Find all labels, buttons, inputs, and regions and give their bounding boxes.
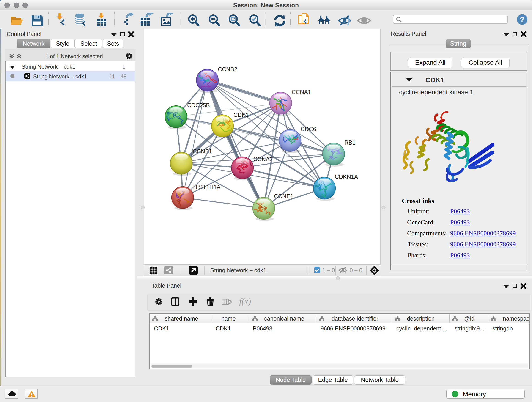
svg-text:RB1: RB1 — [344, 139, 355, 146]
svg-text:CCNA2: CCNA2 — [253, 156, 273, 162]
svg-text:CDKN1A: CDKN1A — [335, 173, 358, 180]
svg-text:HIST1H1A: HIST1H1A — [193, 184, 221, 190]
svg-text:CCNB2: CCNB2 — [218, 66, 237, 72]
svg-text:CDC25B: CDC25B — [187, 102, 210, 108]
svg-text:CCNB1: CCNB1 — [193, 148, 212, 154]
svg-text:CDK1: CDK1 — [234, 112, 249, 118]
svg-text:CDC6: CDC6 — [301, 126, 316, 132]
svg-text:CCNA1: CCNA1 — [292, 89, 311, 95]
svg-text:CCNE1: CCNE1 — [274, 193, 293, 199]
